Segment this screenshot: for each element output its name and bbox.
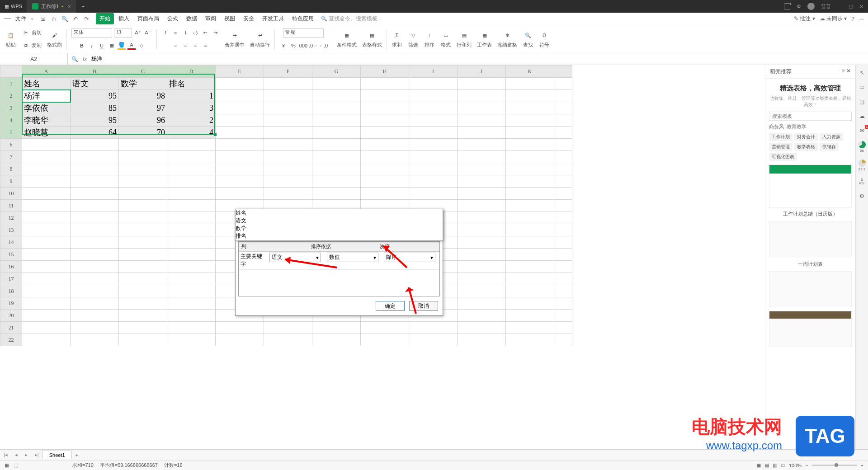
cell[interactable] <box>119 139 167 151</box>
cell[interactable] <box>119 188 167 200</box>
analysis-tool-icon[interactable]: ◳ <box>858 98 866 106</box>
format-painter-button[interactable]: 🖌 格式刷 <box>44 29 65 49</box>
cell[interactable] <box>22 285 71 297</box>
row-header[interactable]: 13 <box>0 224 22 236</box>
column-header[interactable]: K <box>506 66 554 78</box>
cell[interactable] <box>22 163 71 175</box>
cell[interactable] <box>264 102 312 114</box>
cell[interactable] <box>216 151 264 163</box>
cell[interactable] <box>167 224 216 236</box>
italic-icon[interactable]: I <box>88 42 96 50</box>
cell[interactable] <box>312 163 361 175</box>
cell[interactable]: 70 <box>119 127 167 139</box>
cancel-button[interactable]: 取消 <box>409 301 438 311</box>
cell[interactable] <box>458 90 506 102</box>
cell[interactable] <box>458 175 506 188</box>
cell[interactable] <box>216 127 264 139</box>
sidebar-menu-icon[interactable]: ≡ <box>842 68 845 74</box>
cell[interactable] <box>506 102 554 114</box>
row-header[interactable]: 5 <box>0 127 22 139</box>
cell[interactable] <box>312 151 361 163</box>
sort-button[interactable]: ↕排序 <box>421 29 438 49</box>
cell[interactable] <box>361 322 409 334</box>
template-tag[interactable]: 教学表格 <box>794 143 818 151</box>
sum-button[interactable]: Σ求和 <box>389 29 405 49</box>
ribbon-collapse-icon[interactable]: ︿ <box>859 15 864 23</box>
font-color-icon[interactable]: A <box>127 42 136 50</box>
cell[interactable] <box>119 334 167 346</box>
cell[interactable] <box>167 273 216 285</box>
row-header[interactable]: 17 <box>0 273 22 285</box>
menu-formula[interactable]: 公式 <box>164 13 182 24</box>
dropdown-item[interactable]: 数学 <box>236 225 443 232</box>
zoom-out-icon[interactable]: − <box>805 463 808 468</box>
align-center-icon[interactable]: ≡ <box>181 42 189 50</box>
row-header[interactable]: 20 <box>0 310 22 322</box>
merge-center-button[interactable]: ⬌ 合并居中 <box>222 29 247 49</box>
cell[interactable] <box>458 261 506 273</box>
sort-column-select[interactable]: 语文▾ <box>269 253 321 262</box>
user-name[interactable]: 普普 <box>821 3 831 10</box>
view-normal-icon[interactable]: ▦ <box>756 462 761 468</box>
cell[interactable]: 语文 <box>71 78 119 90</box>
font-name-combo[interactable]: 宋体 <box>71 28 112 38</box>
cell[interactable] <box>312 102 361 114</box>
row-header[interactable]: 22 <box>0 334 22 346</box>
select-tool-icon[interactable]: ↖ <box>858 69 866 77</box>
column-header[interactable]: A <box>22 66 71 78</box>
cell[interactable]: 赵晓慧 <box>22 127 71 139</box>
column-header[interactable]: B <box>71 66 119 78</box>
cell[interactable] <box>458 78 506 90</box>
cell[interactable] <box>458 273 506 285</box>
cell[interactable] <box>312 322 361 334</box>
sidebar-close-icon[interactable]: ✕ <box>846 68 851 74</box>
qat-print-icon[interactable]: ⎙ <box>50 15 57 23</box>
formula-value[interactable]: 杨洋 <box>91 55 102 63</box>
worksheet-button[interactable]: ▦工作表 <box>474 29 495 49</box>
cell[interactable] <box>264 175 312 188</box>
column-header[interactable]: I <box>409 66 458 78</box>
cell[interactable] <box>22 236 71 249</box>
cell[interactable]: 排名 <box>167 78 216 90</box>
underline-icon[interactable]: U <box>98 42 106 50</box>
qat-save-icon[interactable]: 🖫 <box>39 15 47 23</box>
clear-format-icon[interactable]: ◇ <box>137 42 146 50</box>
freeze-button[interactable]: ❄冻结窗格 <box>495 29 520 49</box>
cell[interactable] <box>458 114 506 127</box>
cell[interactable] <box>458 212 506 224</box>
cell[interactable] <box>361 114 409 127</box>
workbook-tab[interactable]: 工作簿1 • × <box>27 0 76 13</box>
cell[interactable] <box>506 90 554 102</box>
style-tab[interactable]: 商务风 <box>769 123 784 130</box>
template-thumbnail[interactable]: 员工周工作计划表 <box>769 164 852 208</box>
align-left-icon[interactable]: ≡ <box>171 42 179 50</box>
menu-start[interactable]: 开始 <box>96 13 114 24</box>
cell[interactable] <box>458 285 506 297</box>
template-search-input[interactable] <box>769 112 852 121</box>
notification-badge[interactable]: ✉1 <box>858 127 866 135</box>
window-close-icon[interactable]: ✕ <box>859 4 863 9</box>
cell[interactable] <box>167 188 216 200</box>
cell[interactable] <box>22 249 71 261</box>
cell[interactable] <box>22 261 71 273</box>
row-header[interactable]: 21 <box>0 322 22 334</box>
cell[interactable] <box>506 273 554 285</box>
cell[interactable] <box>119 200 167 212</box>
cell[interactable] <box>216 334 264 346</box>
indent-increase-icon[interactable]: ⇥ <box>211 29 219 37</box>
cell[interactable] <box>167 236 216 249</box>
cell[interactable] <box>119 236 167 249</box>
cell[interactable] <box>312 139 361 151</box>
row-header[interactable]: 7 <box>0 151 22 163</box>
select-all-corner[interactable] <box>0 66 22 78</box>
sort-order-select[interactable]: 降序▾ <box>384 253 435 262</box>
cut-icon[interactable]: ✂ <box>22 29 30 37</box>
justify-icon[interactable]: ≣ <box>201 42 209 50</box>
cell[interactable] <box>216 114 264 127</box>
cell[interactable] <box>119 261 167 273</box>
menu-insert[interactable]: 插入 <box>115 13 133 24</box>
cell[interactable] <box>506 200 554 212</box>
cell[interactable] <box>71 334 119 346</box>
cell[interactable] <box>506 249 554 261</box>
zoom-value[interactable]: 100% <box>789 463 802 468</box>
